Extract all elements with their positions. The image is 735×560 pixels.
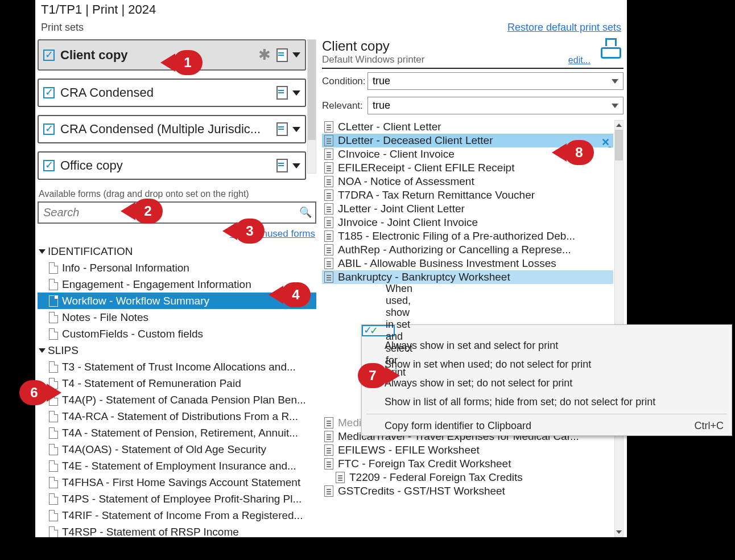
tree-item[interactable]: T4PS - Statement of Employee Profit-Shar… — [38, 491, 316, 507]
form-row[interactable]: T7DRA - Tax Return Remittance Voucher — [322, 188, 613, 202]
ctx-shortcut: Ctrl+C — [694, 420, 724, 432]
document-icon — [49, 361, 58, 373]
copy-icon[interactable] — [274, 122, 288, 136]
scroll-up-icon[interactable] — [615, 121, 623, 130]
condition-select[interactable]: true — [368, 72, 623, 90]
copy-icon[interactable] — [274, 48, 288, 62]
tree-item[interactable]: Info - Personal Information — [38, 260, 316, 276]
ctx-copy-identifier[interactable]: Copy form identifier to Clipboard Ctrl+C — [362, 417, 732, 435]
form-row[interactable]: JInvoice - Joint Client Invoice — [322, 216, 613, 229]
document-icon — [49, 526, 58, 538]
tree-item[interactable]: CustomFields - Custom fields — [38, 326, 316, 342]
form-label: JInvoice - Joint Client Invoice — [338, 216, 478, 229]
print-set-card[interactable]: CRA Condensed — [38, 79, 306, 107]
form-label: JLetter - Joint Client Letter — [338, 203, 465, 215]
form-row[interactable]: EFILEReceipt - Client EFILE Receipt — [322, 161, 613, 175]
ctx-menu-item[interactable]: When used, show in set and select for pr… — [362, 325, 395, 336]
tree-item[interactable]: T4A(OAS) - Statement of Old Age Security — [38, 441, 316, 458]
tree-item-label: Engagement - Engagement Information — [62, 276, 251, 293]
ctx-menu-item[interactable]: Show in set when used; do not select for… — [362, 355, 732, 374]
print-set-card[interactable]: Office copy — [38, 151, 306, 180]
form-row[interactable]: JLetter - Joint Client Letter — [322, 202, 613, 216]
edit-link[interactable]: edit... — [568, 55, 591, 65]
scrollbar-thumb[interactable] — [615, 130, 623, 160]
copy-icon[interactable] — [274, 86, 288, 100]
chevron-down-icon[interactable] — [292, 127, 300, 132]
tree-item-label: T4PS - Statement of Employee Profit-Shar… — [62, 491, 302, 507]
tree-item[interactable]: T4FHSA - First Home Savings Account Stat… — [38, 474, 316, 491]
callout-3: 3 — [235, 219, 265, 244]
ctx-menu-item[interactable]: Show in list of all forms; hide from set… — [362, 393, 732, 411]
scroll-down-icon[interactable] — [615, 528, 623, 537]
form-row[interactable]: FTC - Foreign Tax Credit Worksheet — [322, 457, 613, 471]
tree-group[interactable]: IDENTIFICATION — [38, 243, 316, 260]
tree-item-label: T4RIF - Statement of Income From a Regis… — [62, 507, 303, 524]
document-icon — [49, 312, 58, 323]
set-subtitle: Default Windows printer — [322, 54, 568, 65]
set-label: CRA Condensed (Multiple Jurisdic... — [60, 122, 274, 137]
copy-icon[interactable] — [274, 159, 288, 172]
chevron-down-icon[interactable] — [292, 90, 300, 96]
chevron-down-icon — [612, 79, 618, 84]
form-row[interactable]: CLetter - Client Letter — [322, 120, 613, 134]
expand-icon — [39, 348, 46, 353]
relevant-value: true — [373, 100, 390, 112]
callout-6: 6 — [19, 380, 49, 405]
document-icon — [49, 411, 58, 422]
print-sets-scrollbar[interactable] — [307, 39, 316, 174]
form-label: AuthRep - Authorizing or Cancelling a Re… — [338, 244, 571, 256]
tree-item[interactable]: T3 - Statement of Trust Income Allocatio… — [38, 359, 316, 375]
form-label: CInvoice - Client Invoice — [338, 148, 455, 160]
relevant-select[interactable]: true — [368, 97, 623, 114]
form-row[interactable]: NOA - Notice of Assessment — [322, 175, 613, 188]
form-row[interactable]: T2209 - Federal Foreign Tax Credits — [322, 471, 613, 484]
ctx-menu-item[interactable]: Always show in set; do not select for pr… — [362, 374, 732, 393]
print-set-card[interactable]: CRA Condensed (Multiple Jurisdic... — [38, 115, 306, 143]
chevron-down-icon[interactable] — [292, 52, 300, 57]
tree-item[interactable]: T4RSP - Statement of RRSP Income — [38, 524, 316, 537]
document-icon — [49, 328, 58, 340]
restore-default-link[interactable]: Restore default print sets — [507, 22, 621, 34]
group-label: IDENTIFICATION — [48, 243, 133, 260]
search-input[interactable] — [38, 201, 316, 224]
form-row[interactable]: GSTCredits - GST/HST Worksheet — [322, 484, 613, 498]
tree-item[interactable]: T4A - Statement of Pension, Retirement, … — [38, 425, 316, 441]
checkbox-icon[interactable] — [43, 87, 55, 98]
form-row[interactable]: EFILEWS - EFILE Worksheet — [322, 443, 613, 457]
tree-item[interactable]: Notes - File Notes — [38, 309, 316, 326]
tree-item[interactable]: T4E - Statement of Employment Insurance … — [38, 458, 316, 474]
tree-item-label: CustomFields - Custom fields — [62, 326, 203, 342]
set-label: CRA Condensed — [60, 85, 274, 100]
tree-item[interactable]: T4A-RCA - Statement of Distributions Fro… — [38, 408, 316, 425]
printer-icon[interactable] — [598, 38, 623, 59]
form-label: T2209 - Federal Foreign Tax Credits — [349, 471, 523, 484]
document-icon — [49, 262, 58, 274]
document-icon — [49, 510, 58, 521]
form-row[interactable]: Bankruptcy - Bankruptcy Worksheet — [322, 270, 613, 284]
tree-item[interactable]: T4RIF - Statement of Income From a Regis… — [38, 507, 316, 524]
tree-item[interactable]: T4 - Statement of Remuneration Paid — [38, 375, 316, 392]
form-row[interactable]: AuthRep - Authorizing or Cancelling a Re… — [322, 243, 613, 257]
callout-8: 8 — [564, 140, 594, 165]
checkbox-icon[interactable] — [43, 50, 55, 61]
document-icon — [324, 176, 333, 187]
form-row[interactable]: ABIL - Allowable Business Investment Los… — [322, 257, 613, 270]
document-icon — [324, 271, 333, 283]
tree-item[interactable]: T4A(P) - Statement of Canada Pension Pla… — [38, 392, 316, 408]
chevron-down-icon[interactable] — [292, 163, 300, 168]
form-label: ABIL - Allowable Business Investment Los… — [338, 257, 556, 270]
ctx-menu-item[interactable]: Always show in set and select for print — [362, 336, 732, 355]
tree-item-label: T4E - Statement of Employment Insurance … — [62, 458, 296, 474]
checkbox-icon[interactable] — [43, 123, 55, 135]
tree-item-label: T4FHSA - First Home Savings Account Stat… — [62, 474, 300, 491]
document-icon — [324, 444, 333, 456]
checkbox-icon[interactable] — [43, 160, 55, 171]
form-row[interactable]: T185 - Electronic Filing of a Pre-author… — [322, 229, 613, 243]
form-label: EFILEReceipt - Client EFILE Receipt — [338, 162, 514, 174]
scrollbar-thumb[interactable] — [308, 40, 316, 140]
callout-4: 4 — [281, 282, 311, 307]
tree-group[interactable]: SLIPS — [38, 342, 316, 359]
form-label: GSTCredits - GST/HST Worksheet — [338, 485, 505, 497]
form-label: T7DRA - Tax Return Remittance Voucher — [338, 189, 535, 201]
search-icon[interactable]: 🔍 — [299, 206, 312, 219]
